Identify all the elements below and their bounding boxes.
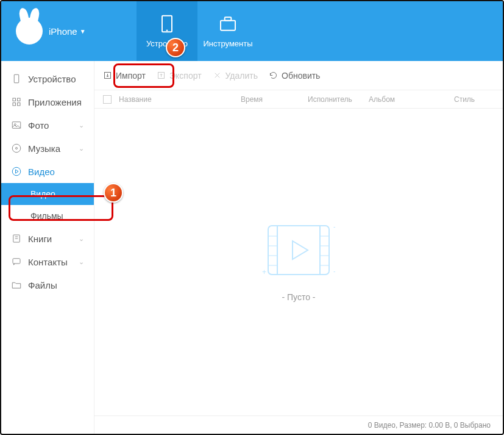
- empty-text: - Пусто -: [282, 292, 315, 302]
- col-style[interactable]: Стиль: [454, 95, 503, 104]
- svg-rect-17: [13, 259, 20, 264]
- svg-point-11: [12, 144, 21, 153]
- chevron-down-icon: ⌄: [79, 121, 84, 129]
- grid-icon: [11, 96, 22, 107]
- sidebar: Устройство Приложения Фото ⌄ Музыка ⌄ Ви…: [1, 61, 94, 434]
- svg-rect-0: [162, 16, 172, 32]
- svg-rect-8: [18, 103, 21, 106]
- play-circle-icon: [11, 166, 22, 177]
- col-artist[interactable]: Исполнитель: [308, 95, 369, 104]
- svg-text:+: +: [333, 223, 335, 232]
- sidebar-label: Устройство: [28, 74, 76, 84]
- refresh-label: Обновить: [282, 71, 320, 81]
- sidebar-sub-label: Фильмы: [30, 211, 63, 221]
- sidebar-label: Книги: [28, 234, 52, 244]
- status-bar: 0 Видео, Размер: 0.00 B, 0 Выбрано: [94, 415, 503, 434]
- svg-point-13: [12, 167, 21, 176]
- svg-rect-7: [13, 103, 16, 106]
- import-label: Импорт: [116, 71, 146, 81]
- nav-tabs: Устройство Инструменты: [137, 1, 258, 61]
- sidebar-label: Фото: [28, 120, 49, 131]
- chevron-down-icon: ⌄: [79, 258, 84, 266]
- tablet-icon: [157, 14, 177, 35]
- sidebar-label: Музыка: [28, 143, 60, 154]
- phone-icon: [11, 73, 22, 84]
- annotation-callout-1: 1: [104, 183, 123, 203]
- sidebar-item-books[interactable]: Книги ⌄: [1, 227, 94, 250]
- app-logo-icon: [16, 18, 43, 45]
- sidebar-label: Файлы: [28, 280, 57, 290]
- export-button: Экспорт: [157, 71, 202, 81]
- sidebar-item-files[interactable]: Файлы: [1, 273, 94, 297]
- chevron-down-icon: ⌄: [79, 145, 84, 153]
- sidebar-sub-label: Видео: [30, 189, 55, 199]
- empty-state: + + + - Пусто -: [94, 109, 503, 415]
- refresh-icon: [269, 71, 278, 80]
- sidebar-item-contacts[interactable]: Контакты ⌄: [1, 250, 94, 273]
- sidebar-item-device[interactable]: Устройство: [1, 67, 94, 90]
- refresh-button[interactable]: Обновить: [269, 71, 320, 81]
- tab-tools[interactable]: Инструменты: [197, 1, 258, 61]
- chat-icon: [11, 256, 22, 267]
- content-area: Импорт Экспорт Удалить Обновить Название…: [94, 61, 503, 434]
- caret-down-icon: ▼: [80, 28, 86, 35]
- sidebar-label: Видео: [28, 167, 55, 177]
- app-header: iPhone ▼ Устройство Инструменты: [1, 1, 503, 61]
- sidebar-item-music[interactable]: Музыка ⌄: [1, 137, 94, 160]
- chevron-down-icon: ⌄: [79, 235, 84, 243]
- svg-text:+: +: [333, 268, 335, 276]
- svg-rect-3: [225, 17, 232, 20]
- device-label: iPhone: [49, 26, 77, 37]
- delete-label: Удалить: [225, 71, 258, 81]
- select-all-checkbox[interactable]: [103, 95, 112, 104]
- svg-rect-2: [221, 21, 235, 31]
- export-label: Экспорт: [169, 71, 202, 81]
- sidebar-label: Приложения: [28, 97, 82, 107]
- tab-tools-label: Инструменты: [203, 39, 252, 48]
- disc-icon: [11, 143, 22, 154]
- svg-point-12: [16, 148, 18, 149]
- delete-icon: [213, 71, 222, 80]
- folder-icon: [11, 279, 22, 290]
- sidebar-item-video[interactable]: Видео: [1, 160, 94, 183]
- sidebar-sub-films[interactable]: Фильмы: [1, 205, 94, 227]
- export-icon: [157, 71, 166, 80]
- svg-rect-4: [14, 74, 19, 83]
- col-time[interactable]: Время: [241, 95, 308, 104]
- sidebar-item-photo[interactable]: Фото ⌄: [1, 113, 94, 137]
- photo-icon: [11, 120, 22, 131]
- svg-rect-5: [13, 98, 16, 101]
- status-text: 0 Видео, Размер: 0.00 B, 0 Выбрано: [368, 421, 491, 430]
- import-button[interactable]: Импорт: [103, 71, 146, 81]
- sidebar-sub-video[interactable]: Видео: [1, 183, 94, 205]
- film-placeholder-icon: + + +: [262, 223, 335, 278]
- svg-rect-6: [18, 98, 21, 101]
- annotation-callout-2: 2: [166, 38, 185, 57]
- sidebar-label: Контакты: [28, 257, 68, 267]
- device-selector[interactable]: iPhone ▼: [49, 26, 86, 37]
- toolbar: Импорт Экспорт Удалить Обновить: [94, 61, 503, 90]
- col-name[interactable]: Название: [119, 95, 241, 104]
- svg-text:+: +: [262, 268, 266, 276]
- delete-button: Удалить: [213, 71, 258, 81]
- book-icon: [11, 233, 22, 244]
- toolbox-icon: [218, 14, 238, 35]
- logo-block: iPhone ▼: [1, 1, 137, 61]
- column-header: Название Время Исполнитель Альбом Стиль: [94, 90, 503, 109]
- col-album[interactable]: Альбом: [369, 95, 454, 104]
- import-icon: [103, 71, 112, 80]
- sidebar-item-apps[interactable]: Приложения: [1, 90, 94, 113]
